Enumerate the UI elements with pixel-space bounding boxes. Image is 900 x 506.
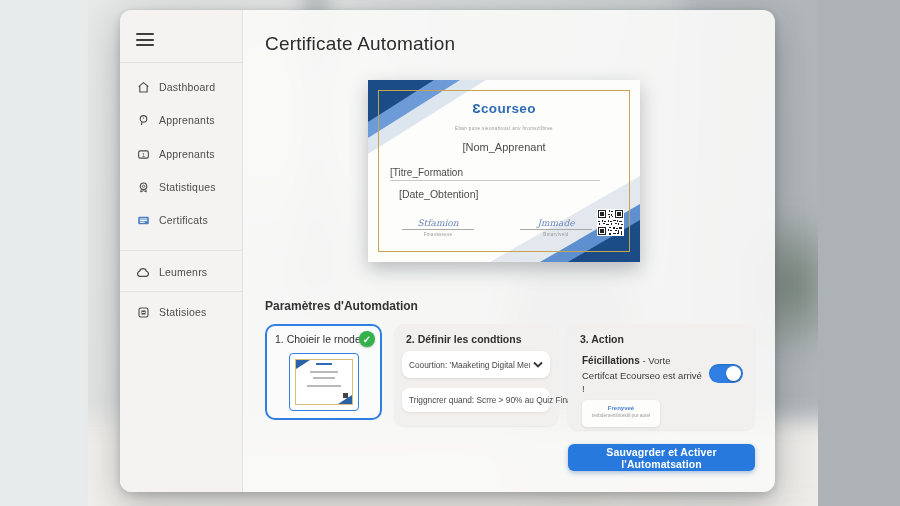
cloud-icon xyxy=(136,265,150,279)
signature-left: Stfamion Fmavassese xyxy=(402,218,474,237)
certificate-preview: Ɛcourseo Eban pone sieonahoust anv hroms… xyxy=(368,80,640,262)
sidebar-item-statisioes[interactable]: Statisioes xyxy=(120,297,243,327)
sidebar: Dasthboard Apprenants 1 Apprenants Stati… xyxy=(120,10,243,492)
sidebar-divider xyxy=(120,250,243,251)
trigger-condition-value: Triggncrer quand: Scrre > 90% au Quiz Fi… xyxy=(409,395,574,405)
sidebar-item-label: Leumenrs xyxy=(159,266,207,278)
action-toggle[interactable] xyxy=(709,364,743,383)
step2-title: 2. Définir les condtions xyxy=(406,333,522,345)
sidebar-item-label: Dasthboard xyxy=(159,81,215,93)
medal-icon xyxy=(136,180,150,194)
notification-preview-subtitle: texbdemenlintestil pur autel xyxy=(582,413,660,418)
sidebar-item-statistiques[interactable]: Statistiques xyxy=(120,172,243,202)
screen: Dasthboard Apprenants 1 Apprenants Stati… xyxy=(0,0,900,506)
notification-preview-title: Frenyveé xyxy=(582,405,660,411)
course-select[interactable]: Coourtion: 'Maaketing Digital Menketing xyxy=(402,351,550,378)
sidebar-item-label: Statisioes xyxy=(159,306,207,318)
certificate-course-placeholder: [Titre_Formation xyxy=(390,167,463,178)
thumb-logo-mark xyxy=(316,363,332,365)
page-title: Certificate Automation xyxy=(265,33,455,55)
notification-preview-pill[interactable]: Frenyveé texbdemenlintestil pur autel xyxy=(582,400,660,427)
signature-right-script: Jmmade xyxy=(520,218,592,230)
ecourseo-logo-text: courseo xyxy=(481,101,536,116)
step3-action-card: 3. Action Féicillations - Vorte Certifca… xyxy=(568,324,755,430)
template-thumbnail-certificate xyxy=(295,359,353,405)
sidebar-divider xyxy=(120,291,243,292)
thumb-corner-decoration xyxy=(296,360,310,369)
sidebar-item-label: Apprenants xyxy=(159,148,215,160)
main-content: Certificate Automation Ɛcourseo Eban pon… xyxy=(243,10,775,492)
person-icon xyxy=(136,113,150,127)
svg-text:1: 1 xyxy=(141,151,144,157)
sidebar-item-certificats[interactable]: Certificats xyxy=(120,205,243,235)
report-icon xyxy=(136,305,150,319)
certificate-tagline: Eban pone sieonahoust anv hromscllbree xyxy=(368,126,640,131)
qr-code xyxy=(597,209,624,236)
automation-section-title: Paramètres d'Automdation xyxy=(265,299,418,313)
sidebar-divider xyxy=(120,62,243,63)
check-circle-icon: ✓ xyxy=(359,331,375,347)
sidebar-item-apprenants-1[interactable]: Apprenants xyxy=(120,105,243,135)
ecourseo-logo: Ɛcourseo xyxy=(368,101,640,116)
certificate-course-underline xyxy=(390,180,600,181)
action-message-bold: Féicillations xyxy=(582,355,640,366)
toggle-knob xyxy=(726,366,741,381)
ecourseo-logo-mark: Ɛ xyxy=(472,101,481,116)
course-select-value: Coourtion: 'Maaketing Digital Menketing xyxy=(409,360,530,370)
certificate-card-icon xyxy=(136,213,150,227)
signature-left-script: Stfamion xyxy=(402,218,474,230)
background-left-panel xyxy=(0,0,88,506)
home-icon xyxy=(136,80,150,94)
sidebar-item-label: Apprenants xyxy=(159,114,215,126)
step3-title: 3. Action xyxy=(580,333,624,345)
signature-right: Jmmade Bmarviveld xyxy=(520,218,592,237)
save-activate-button[interactable]: Sauvagrder et Activer l'Automatsation xyxy=(568,444,755,471)
sidebar-item-label: Statistiques xyxy=(159,181,216,193)
signature-right-label: Bmarviveld xyxy=(520,232,592,237)
thumb-text-line xyxy=(307,385,341,387)
background-right-panel xyxy=(818,0,900,506)
app-window: Dasthboard Apprenants 1 Apprenants Stati… xyxy=(120,10,775,492)
thumb-text-line xyxy=(310,371,338,373)
one-badge-icon: 1 xyxy=(136,147,150,161)
thumb-text-line xyxy=(313,377,335,379)
sidebar-item-label: Certificats xyxy=(159,214,208,226)
thumb-qr-dot xyxy=(343,393,348,398)
template-thumbnail[interactable] xyxy=(289,353,359,411)
certificate-date-placeholder: [Date_Obtention] xyxy=(368,188,509,200)
trigger-condition-field[interactable]: Triggncrer quand: Scrre > 90% au Quiz Fi… xyxy=(402,388,550,412)
sidebar-item-leumenrs[interactable]: Leumenrs xyxy=(120,257,243,287)
action-message: Féicillations - Vorte Certifcat Ecourseo… xyxy=(582,354,704,396)
sidebar-item-apprenants-2[interactable]: 1 Apprenants xyxy=(120,139,243,169)
menu-icon[interactable] xyxy=(136,33,154,46)
sidebar-item-dashboard[interactable]: Dasthboard xyxy=(120,72,243,102)
certificate-name-placeholder: [Nom_Apprenant xyxy=(368,141,640,153)
signature-left-label: Fmavassese xyxy=(402,232,474,237)
step2-conditions-card: 2. Définir les condtions Coourtion: 'Maa… xyxy=(394,324,558,426)
chevron-down-icon xyxy=(533,361,543,368)
step1-choose-template-card[interactable]: 1. Choieir le rnodele ✓ xyxy=(265,324,382,420)
step1-title: 1. Choieir le rnodele xyxy=(275,333,369,345)
